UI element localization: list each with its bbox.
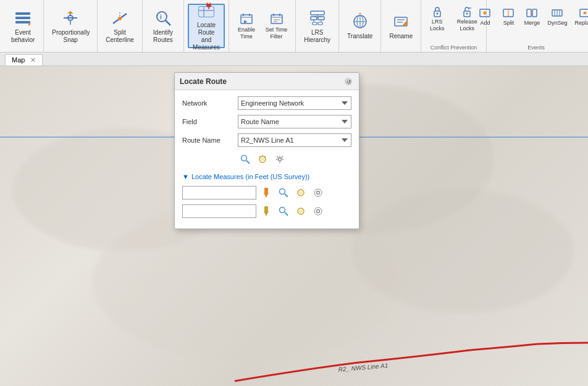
action-icons-row [182,152,351,167]
network-label: Network [182,99,238,107]
lrs-locks-icon [430,5,445,19]
dynseg-icon [550,5,565,20]
measure-input-1[interactable] [182,186,256,199]
field-row: Field Route Name [182,115,351,128]
locate-measures-header[interactable]: ▼ Locate Measures (in Feet (US Survey)) [182,173,351,180]
measure2-flash-button[interactable] [293,204,308,219]
enable-time-button[interactable]: ▶ Enable Time [233,9,260,43]
set-time-filter-button[interactable]: Set Time Filter [261,9,292,43]
group-split-centerline: Split Centerline [98,0,143,52]
measure-row-1 [182,185,351,200]
panel-body: Network Engineering Network Field Route … [175,90,359,229]
field-label: Field [182,118,238,125]
group-rename: Rename [381,0,421,52]
svg-rect-2 [15,21,30,23]
svg-point-101 [299,209,303,213]
identify-routes-button[interactable]: i Identify Routes [146,4,180,48]
svg-marker-89 [264,193,269,198]
svg-marker-8 [67,11,74,14]
svg-point-87 [279,158,282,161]
main-toolbar: Event behavior Proportionally Snap [0,0,588,52]
merge-button[interactable]: Merge [521,2,543,35]
split-centerline-button[interactable]: Split Centerline [101,4,138,48]
split-centerline-icon [110,8,130,28]
svg-marker-97 [264,211,269,216]
map-tab-close[interactable]: ✕ [30,56,36,64]
svg-rect-35 [318,17,324,20]
svg-line-13 [166,20,170,25]
subtab-bar: Map ✕ [0,52,588,66]
map-view[interactable]: R2_ NWS Line A1 R3_NWS Line A1 Locate Ro… [0,66,588,386]
svg-rect-62 [532,9,537,17]
measure2-search-button[interactable] [276,204,291,219]
measure1-pin-button[interactable] [259,185,274,200]
svg-point-95 [314,189,322,196]
translate-button[interactable]: Translate [343,4,377,48]
lrs-locks-button[interactable]: LRS Locks [425,2,449,35]
measure-input-2[interactable] [182,204,256,218]
svg-point-98 [280,208,285,213]
group-locate: Locate Route and Measures [184,0,229,52]
locate-route-label: Locate Route and Measures [193,22,220,51]
group-identify: i Identify Routes [143,0,184,52]
translate-label: Translate [347,33,372,40]
rename-button[interactable]: Rename [385,4,417,48]
svg-point-52 [436,13,438,15]
events-label: Events [487,44,586,51]
panel-close-button[interactable]: ↺ [343,76,354,87]
enable-time-icon: ▶ [239,12,254,27]
search-route-button[interactable] [238,152,253,167]
group-event-behavior: Event behavior [2,0,44,52]
lrs-hierarchy-icon [308,8,327,28]
lrs-hierarchy-button[interactable]: LRS Hierarchy [300,4,335,48]
svg-rect-34 [311,17,317,20]
add-button[interactable]: Add [474,2,496,35]
replace-label: Replace [574,20,588,26]
split-label: Split [503,20,514,26]
merge-label: Merge [524,20,540,26]
field-select[interactable]: Route Name [238,115,351,128]
svg-point-55 [466,13,468,15]
measure1-flash-button[interactable] [293,185,308,200]
map-tab[interactable]: Map ✕ [5,54,43,65]
identify-routes-icon: i [153,8,173,28]
network-select[interactable]: Engineering Network [238,96,351,110]
route-name-select[interactable]: R2_NWS Line A1 [238,133,351,147]
set-time-filter-icon [269,12,284,27]
measure1-search-button[interactable] [276,185,291,200]
measure2-pin-button[interactable] [259,204,274,219]
rename-label: Rename [389,33,413,40]
measure2-settings-button[interactable] [311,204,326,219]
svg-point-86 [261,157,264,161]
group-translate: Translate [339,0,381,52]
lrs-hierarchy-label: LRS Hierarchy [304,29,330,44]
svg-line-99 [285,212,288,216]
locate-measures-label: Locate Measures (in Feet (US Survey)) [191,173,309,180]
svg-point-72 [352,190,574,313]
measure-row-2 [182,204,351,219]
panel-title: Locate Route [180,77,227,86]
svg-rect-27 [271,15,282,23]
dynseg-button[interactable]: DynSeg [544,2,570,35]
route-name-label: Route Name [182,136,238,144]
svg-point-102 [317,210,320,213]
svg-rect-0 [15,12,30,15]
svg-point-94 [317,191,320,195]
group-lrs-hierarchy: LRS Hierarchy [296,0,339,52]
lrs-locks-label: LRS Locks [428,19,446,32]
event-behavior-icon [13,8,33,28]
prop-snap-button[interactable]: Proportionally Snap [48,4,93,48]
replace-button[interactable]: Replace [571,2,588,35]
svg-point-80 [242,156,247,161]
flash-route-button[interactable] [255,152,270,167]
locate-route-icon [196,1,216,20]
settings-route-button[interactable] [272,152,287,167]
collapse-arrow: ▼ [182,173,189,180]
add-label: Add [480,20,490,26]
locate-route-button[interactable]: Locate Route and Measures [188,4,225,48]
svg-rect-61 [527,9,531,17]
event-behavior-button[interactable]: Event behavior [6,4,40,48]
svg-text:▶: ▶ [244,19,248,23]
split-button[interactable]: Split [497,2,519,35]
measure1-settings-button[interactable] [311,185,326,200]
